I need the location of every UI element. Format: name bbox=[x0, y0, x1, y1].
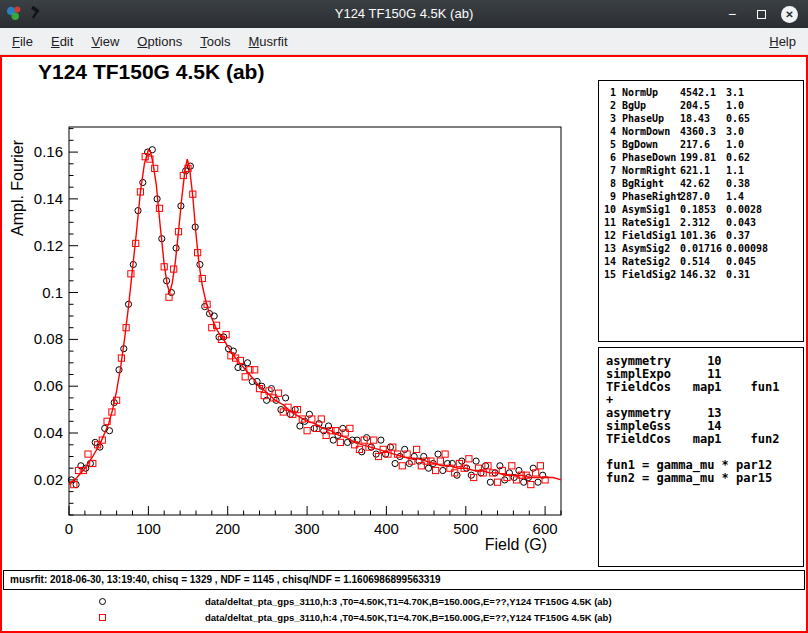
data-point-square bbox=[156, 205, 162, 211]
y-tick-label: 0.02 bbox=[34, 471, 63, 488]
data-point-circle bbox=[292, 407, 298, 413]
data-point-circle bbox=[306, 411, 312, 417]
parameter-error: 3.0 bbox=[726, 125, 803, 138]
parameter-index: 5 bbox=[604, 138, 616, 151]
parameter-name: RateSig2 bbox=[622, 255, 680, 268]
data-point-square bbox=[337, 439, 343, 445]
legend-label: data/deltat_pta_gps_3110,h:4 ,T0=4.50K,T… bbox=[205, 610, 612, 626]
parameter-value: 2.312 bbox=[680, 216, 726, 229]
data-point-square bbox=[528, 482, 534, 488]
parameter-error: 0.62 bbox=[726, 151, 803, 164]
parameter-row: 4NormDown4360.33.0 bbox=[604, 125, 803, 138]
parameter-index: 13 bbox=[604, 242, 616, 255]
data-point-square bbox=[347, 425, 353, 431]
x-tick-label: 500 bbox=[453, 520, 478, 537]
parameter-row: 8BgRight42.620.38 bbox=[604, 177, 803, 190]
legend-entry: data/deltat_pta_gps_3110,h:4 ,T0=4.50K,T… bbox=[2, 610, 806, 626]
x-tick-label: 0 bbox=[65, 520, 73, 537]
menu-help[interactable]: Help bbox=[760, 30, 805, 53]
theory-box: asymmetry 10simplExpo 11TFieldCos map1 f… bbox=[598, 347, 804, 567]
data-point-circle bbox=[521, 479, 527, 485]
data-point-circle bbox=[311, 425, 317, 431]
parameter-value: 621.1 bbox=[680, 164, 726, 177]
y-tick-label: 0.1 bbox=[42, 284, 63, 301]
parameter-index: 3 bbox=[604, 112, 616, 125]
window-controls: − ✕ bbox=[723, 0, 798, 28]
data-point-square bbox=[371, 437, 377, 443]
legend-label: data/deltat_pta_gps_3110,h:3 ,T0=4.50K,T… bbox=[205, 594, 612, 610]
parameter-row: 6PhaseDown199.810.62 bbox=[604, 151, 803, 164]
legend-entry: data/deltat_pta_gps_3110,h:3 ,T0=4.50K,T… bbox=[2, 594, 806, 610]
legend-marker-circle bbox=[99, 598, 106, 605]
root-canvas[interactable]: Y124 TF150G 4.5K (ab) 010020030040050060… bbox=[0, 55, 808, 633]
plot-svg[interactable]: 01002003004005006000.020.040.060.080.10.… bbox=[2, 110, 597, 565]
data-point-square bbox=[437, 458, 443, 464]
parameter-error: 1.4 bbox=[726, 190, 803, 203]
parameter-row: 5BgDown217.61.0 bbox=[604, 138, 803, 151]
minimize-button[interactable]: − bbox=[723, 5, 741, 23]
data-point-square bbox=[304, 428, 310, 434]
parameter-index: 2 bbox=[604, 99, 616, 112]
data-point-circle bbox=[268, 386, 274, 392]
data-point-circle bbox=[364, 435, 370, 441]
legend-marker-square bbox=[99, 614, 106, 621]
data-point-circle bbox=[278, 407, 284, 413]
parameter-value: 4542.1 bbox=[680, 86, 726, 99]
data-point-circle bbox=[264, 397, 270, 403]
menu-edit[interactable]: Edit bbox=[42, 30, 82, 53]
menu-file[interactable]: File bbox=[3, 30, 42, 53]
menu-view[interactable]: View bbox=[82, 30, 128, 53]
y-tick-label: 0.16 bbox=[34, 143, 63, 160]
data-point-circle bbox=[373, 451, 379, 457]
y-axis-title: Ampl. Fourier bbox=[9, 139, 26, 236]
data-point-circle bbox=[73, 482, 79, 488]
parameter-index: 11 bbox=[604, 216, 616, 229]
fit-status-text: musrfit: 2018-06-30, 13:19:40, chisq = 1… bbox=[10, 574, 441, 585]
maximize-button[interactable] bbox=[752, 5, 770, 23]
data-point-circle bbox=[440, 467, 446, 473]
menu-options[interactable]: Options bbox=[128, 30, 191, 53]
parameter-error: 1.0 bbox=[726, 99, 803, 112]
parameter-index: 12 bbox=[604, 229, 616, 242]
x-tick-label: 300 bbox=[295, 520, 320, 537]
parameter-index: 10 bbox=[604, 203, 616, 216]
y-tick-label: 0.14 bbox=[34, 190, 63, 207]
parameter-error: 1.0 bbox=[726, 138, 803, 151]
x-axis-title: Field (G) bbox=[485, 536, 547, 553]
data-point-circle bbox=[297, 423, 303, 429]
data-point-circle bbox=[325, 423, 331, 429]
menu-tools[interactable]: Tools bbox=[191, 30, 239, 53]
data-point-square bbox=[128, 271, 134, 277]
parameter-index: 15 bbox=[604, 268, 616, 281]
x-tick-label: 100 bbox=[136, 520, 161, 537]
parameter-name: PhaseRight bbox=[622, 190, 680, 203]
data-point-circle bbox=[502, 477, 508, 483]
parameter-name: BgDown bbox=[622, 138, 680, 151]
parameter-name: NormDown bbox=[622, 125, 680, 138]
y-axis: 0.020.040.060.080.10.120.140.16 bbox=[34, 129, 78, 515]
parameter-value: 0.01716 bbox=[680, 242, 726, 255]
x-tick-label: 200 bbox=[215, 520, 240, 537]
close-button[interactable]: ✕ bbox=[781, 6, 798, 23]
data-point-circle bbox=[421, 453, 427, 459]
menu-musrfit[interactable]: Musrfit bbox=[240, 30, 297, 53]
parameter-name: AsymSig1 bbox=[622, 203, 680, 216]
parameter-row: 10AsymSig10.18530.0028 bbox=[604, 203, 803, 216]
data-point-circle bbox=[454, 472, 460, 478]
y-tick-label: 0.04 bbox=[34, 424, 63, 441]
data-point-circle bbox=[459, 458, 465, 464]
window-title: Y124 TF150G 4.5K (ab) bbox=[0, 0, 808, 28]
parameter-name: PhaseDown bbox=[622, 151, 680, 164]
parameter-name: NormUp bbox=[622, 86, 680, 99]
parameter-error: 0.65 bbox=[726, 112, 803, 125]
parameter-error: 1.1 bbox=[726, 164, 803, 177]
parameter-error: 0.0028 bbox=[726, 203, 803, 216]
data-point-circle bbox=[535, 479, 541, 485]
parameter-index: 1 bbox=[604, 86, 616, 99]
data-point-circle bbox=[530, 465, 536, 471]
data-point-square bbox=[85, 451, 91, 457]
parameter-name: NormRight bbox=[622, 164, 680, 177]
parameter-error: 0.38 bbox=[726, 177, 803, 190]
titlebar[interactable]: Y124 TF150G 4.5K (ab) − ✕ bbox=[0, 0, 808, 28]
data-point-circle bbox=[468, 472, 474, 478]
